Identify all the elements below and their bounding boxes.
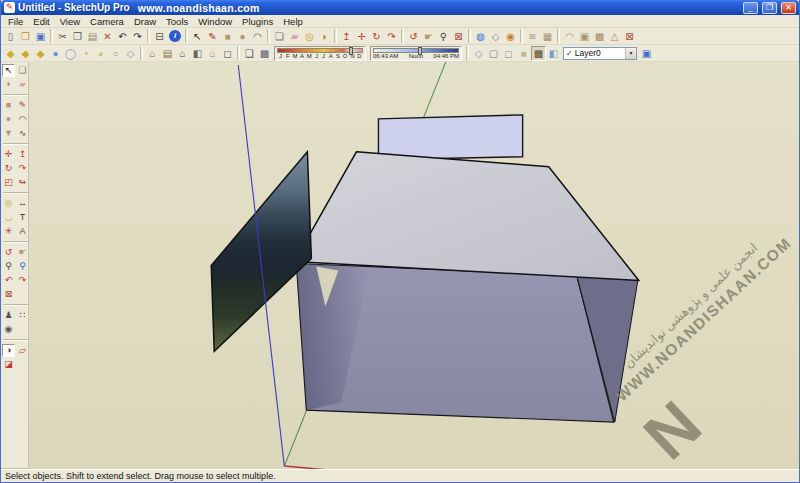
get-current-view-button[interactable]: ◍ [473,29,488,44]
sphere-yellow-button[interactable]: ◕ [93,46,108,61]
open-file-button[interactable]: ❒ [18,29,33,44]
flip-edge-button[interactable]: ⊠ [622,29,637,44]
shadow-time-slider[interactable]: 06:43 AM Noon 04:46 PM [370,46,462,61]
layer-manager-button[interactable]: ▣ [639,46,654,61]
circle-tool[interactable]: ● [235,29,250,44]
zoom-next-button[interactable]: ↷ [16,274,29,287]
text-tool[interactable]: T [16,211,29,224]
dimension-tool[interactable]: ↔ [16,197,29,210]
restore-button[interactable]: ❐ [762,2,777,14]
zoom-window-tool[interactable]: ⚲ [16,260,29,273]
date-slider-thumb[interactable] [349,47,353,55]
date-slider-track[interactable] [277,48,363,53]
tag-button-2[interactable]: ◆ [18,46,33,61]
view-top-button[interactable]: ▤ [160,46,175,61]
face-style-xray-button[interactable]: ◇ [471,46,486,61]
face-style-shaded-button[interactable]: ■ [516,46,531,61]
rectangle-tool[interactable]: ■ [220,29,235,44]
tag-button-1[interactable]: ◆ [3,46,18,61]
zoom-tool[interactable]: ⚲ [436,29,451,44]
arc-tool[interactable]: ◠ [250,29,265,44]
view-back-button[interactable]: ⌂ [205,46,220,61]
walk-tool[interactable]: ∷ [16,309,29,322]
orbit-tool[interactable]: ↺ [2,246,15,259]
model-info-button[interactable]: i [169,30,181,42]
new-file-button[interactable]: ▯ [3,29,18,44]
scale-tool[interactable]: ◰ [2,176,15,189]
select-tool[interactable]: ↖ [2,64,15,77]
shadow-toggle-button[interactable]: ▩ [257,46,272,61]
drape-button[interactable]: ▩ [592,29,607,44]
zoom-extents-button[interactable]: ⊠ [451,29,466,44]
shadow-date-slider[interactable]: JFMAMJJASOND [274,46,366,61]
sphere-blue-button[interactable]: ● [48,46,63,61]
arc-tool[interactable]: ◠ [16,113,29,126]
add-detail-button[interactable]: △ [607,29,622,44]
diamond-white-button[interactable]: ◇ [123,46,138,61]
menu-window[interactable]: Window [193,16,237,27]
face-style-hidden-line-button[interactable]: ◻ [501,46,516,61]
menu-tools[interactable]: Tools [161,16,193,27]
shadow-settings-button[interactable]: ❑ [242,46,257,61]
offset-tool[interactable]: ↬ [16,176,29,189]
close-button[interactable]: ✕ [781,2,796,14]
make-component-button[interactable]: ❏ [16,64,29,77]
push-pull-tool[interactable]: ↥ [339,29,354,44]
section-plane-tool[interactable]: ◑ [2,344,15,357]
face-style-wireframe-button[interactable]: ▢ [486,46,501,61]
menu-edit[interactable]: Edit [28,16,54,27]
rectangle-tool[interactable]: ■ [2,99,15,112]
sandbox-from-contours-button[interactable]: ≋ [525,29,540,44]
view-left-button[interactable]: ◻ [220,46,235,61]
eraser-tool[interactable]: ▰ [16,78,29,91]
view-front-button[interactable]: ⌂ [175,46,190,61]
time-slider-thumb[interactable] [418,47,422,55]
pie-yellow-button[interactable]: ◔ [78,46,93,61]
time-slider-track[interactable] [373,48,459,53]
display-section-cuts-button[interactable]: ◪ [2,358,15,371]
paint-bucket-tool[interactable]: ◗ [317,29,332,44]
tag-button-3[interactable]: ◆ [33,46,48,61]
smoove-button[interactable]: ◠ [562,29,577,44]
back-plane-face[interactable] [378,115,522,160]
move-tool[interactable]: ✛ [2,148,15,161]
orbit-tool[interactable]: ↺ [406,29,421,44]
place-model-button[interactable]: ◉ [503,29,518,44]
menu-plugins[interactable]: Plugins [237,16,278,27]
paste-button[interactable]: ▤ [85,29,100,44]
layer-dropdown[interactable]: ✓ Layer0 ▾ [563,47,637,60]
sphere-white-button[interactable]: ○ [108,46,123,61]
circle-tool[interactable]: ● [2,113,15,126]
viewport-canvas[interactable]: انجمن علمی و پژوهشی نواندیشان WWW.NOANDI… [29,62,799,469]
sandbox-from-scratch-button[interactable]: ▦ [540,29,555,44]
menu-help[interactable]: Help [278,16,308,27]
viewport-3d[interactable]: انجمن علمی و پژوهشی نواندیشان WWW.NOANDI… [29,62,799,469]
minimize-button[interactable]: _ [743,2,758,14]
zoom-previous-button[interactable]: ↶ [2,274,15,287]
zoom-extents-button[interactable]: ⊠ [2,288,15,301]
cut-button[interactable]: ✂ [55,29,70,44]
toggle-terrain-button[interactable]: ◇ [488,29,503,44]
pan-tool[interactable]: ☛ [16,246,29,259]
eraser-tool[interactable]: ▰ [287,29,302,44]
select-tool[interactable]: ↖ [190,29,205,44]
line-tool[interactable]: ✎ [16,99,29,112]
copy-button[interactable]: ❐ [70,29,85,44]
tape-measure-tool[interactable]: ◎ [2,197,15,210]
follow-me-tool[interactable]: ↷ [16,162,29,175]
axes-tool[interactable]: ✳ [2,225,15,238]
save-button[interactable]: ▣ [33,29,48,44]
face-style-monochrome-button[interactable]: ◧ [546,46,561,61]
push-pull-tool[interactable]: ↥ [16,148,29,161]
rotate-tool[interactable]: ↻ [2,162,15,175]
undo-button[interactable]: ↶ [115,29,130,44]
tape-measure-tool[interactable]: ◎ [302,29,317,44]
dropdown-arrow-icon[interactable]: ▾ [625,48,636,59]
paint-bucket-tool[interactable]: ◗ [2,78,15,91]
position-camera-tool[interactable]: ♟ [2,309,15,322]
zoom-tool[interactable]: ⚲ [2,260,15,273]
protractor-tool[interactable]: ◡ [2,211,15,224]
title-bar[interactable]: ✎ Untitled - SketchUp Pro www.noandishaa… [1,0,799,15]
print-button[interactable]: ⊟ [152,29,167,44]
rotate-tool[interactable]: ↻ [369,29,384,44]
